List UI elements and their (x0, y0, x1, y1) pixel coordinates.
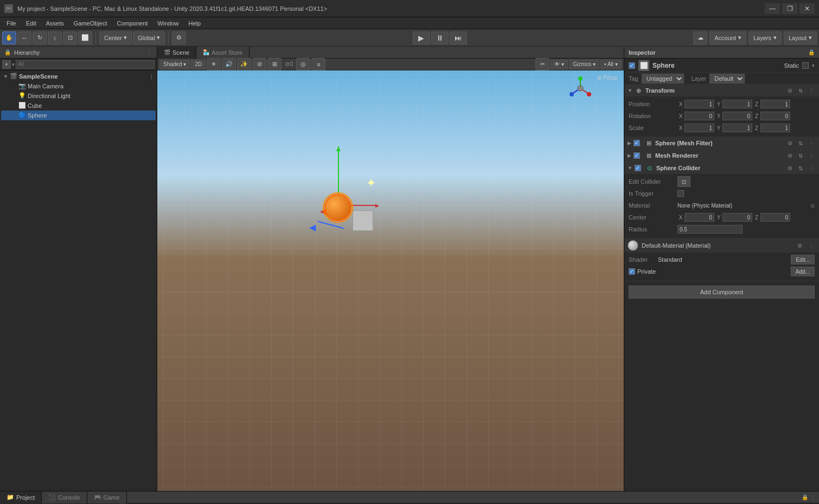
audio-btn[interactable]: 🔊 (222, 58, 236, 71)
tag-select[interactable]: Untagged (642, 74, 684, 83)
transform-transfer-icon[interactable]: ⇅ (796, 86, 805, 95)
menu-assets[interactable]: Assets (42, 19, 68, 28)
menu-gameobject[interactable]: GameObject (69, 19, 112, 28)
all-dropdown[interactable]: • All ▾ (600, 60, 622, 69)
position-z-input[interactable] (760, 100, 790, 108)
scene-more-icon[interactable]: ⋮ (147, 72, 156, 81)
sphere-collider-header[interactable]: ▼ ⊙ Sphere Collider ⚙ ⇅ ⋮ (624, 162, 819, 174)
tool-hand[interactable]: ✋ (2, 31, 16, 44)
hidden-btn[interactable]: ⊘ (252, 58, 266, 71)
rotation-y-input[interactable] (722, 112, 752, 120)
layers-button[interactable]: Layers ▾ (748, 31, 782, 44)
layout-button[interactable]: Layout ▾ (784, 31, 817, 44)
scene-viewport[interactable]: ▲ ▲ ◀ ◀ ✦ (157, 70, 624, 491)
global-toggle[interactable]: Global ▾ (133, 31, 165, 44)
sphere-collider-enabled[interactable] (635, 165, 641, 171)
center-z-input[interactable] (760, 213, 790, 222)
center-x-input[interactable] (684, 213, 714, 222)
is-trigger-checkbox[interactable] (677, 190, 684, 197)
edit-shader-button[interactable]: Edit... (791, 255, 815, 264)
play-button[interactable]: ▶ (413, 31, 430, 44)
grid-btn[interactable]: ⊞ (267, 58, 281, 71)
hierarchy-item-cube[interactable]: ⬜ Cube (1, 101, 156, 111)
sphere-collider-transfer-icon[interactable]: ⇅ (796, 164, 805, 172)
inspector-lock-icon[interactable]: 🔒 (808, 49, 815, 55)
mesh-renderer-enabled[interactable] (634, 152, 640, 159)
shaded-dropdown[interactable]: Shaded ▾ (159, 60, 190, 69)
center-y-input[interactable] (722, 213, 752, 222)
mesh-filter-settings-icon[interactable]: ⚙ (785, 139, 794, 147)
position-x-input[interactable] (684, 100, 714, 108)
hierarchy-lock-icon[interactable]: 🔒 (3, 48, 12, 57)
center-toggle[interactable]: Center ▾ (99, 31, 132, 44)
tool-rect[interactable]: ⊡ (63, 31, 77, 44)
hierarchy-item-directionallight[interactable]: 💡 Directional Light (1, 91, 156, 101)
menu-window[interactable]: Window (153, 19, 183, 28)
tool-transform[interactable]: ⬜ (78, 31, 92, 44)
gizmos-dropdown[interactable]: Gizmos ▾ (569, 60, 599, 69)
tab-game[interactable]: 🎮 Game (87, 492, 127, 503)
hierarchy-add-btn[interactable]: + (2, 60, 11, 69)
tab-project[interactable]: 📁 Project (0, 492, 42, 503)
menu-file[interactable]: File (2, 19, 21, 28)
mesh-filter-header[interactable]: ▶ ⊞ Sphere (Mesh Filter) ⚙ ⇅ ⋮ (624, 137, 819, 149)
close-button[interactable]: ✕ (799, 3, 815, 14)
menu-component[interactable]: Component (112, 19, 152, 28)
sphere-collider-more-icon[interactable]: ⋮ (807, 164, 816, 172)
mesh-renderer-header[interactable]: ▶ ⊞ Mesh Renderer ⚙ ⇅ ⋮ (624, 150, 819, 161)
scale-y-input[interactable] (722, 124, 752, 132)
layer-select[interactable]: Default (709, 74, 745, 83)
edit-collider-button[interactable]: ⊡ (677, 176, 690, 187)
collider-material-pick-icon[interactable]: ⊙ (810, 203, 815, 209)
tool-rotate[interactable]: ↻ (33, 31, 47, 44)
material-settings-icon[interactable]: ⚙ (795, 241, 804, 250)
effects-btn[interactable]: ✨ (237, 58, 251, 71)
transform-more-icon[interactable]: ⋮ (807, 86, 816, 95)
mesh-renderer-transfer-icon[interactable]: ⇅ (796, 151, 805, 160)
position-y-input[interactable] (722, 100, 752, 108)
tab-assetstore[interactable]: 🏪 Asset Store (196, 47, 249, 59)
pause-button[interactable]: ⏸ (431, 31, 449, 44)
hierarchy-search-input[interactable] (16, 60, 155, 69)
add-material-btn[interactable]: Add... (791, 267, 815, 276)
tab-scene[interactable]: 🎬 Scene (157, 47, 196, 59)
scale-z-input[interactable] (760, 124, 790, 132)
rotation-z-input[interactable] (760, 112, 790, 120)
mesh-filter-enabled[interactable] (634, 140, 640, 146)
snap-btn[interactable]: ⚙ (172, 31, 186, 44)
tool-move[interactable]: ↔ (17, 31, 31, 44)
static-dropdown-icon[interactable]: ▾ (812, 63, 815, 68)
rotation-x-input[interactable] (684, 112, 714, 120)
more-btn[interactable]: ≡ (311, 58, 325, 71)
lighting-btn[interactable]: ☀ (207, 58, 221, 71)
sphere-collider-settings-icon[interactable]: ⚙ (785, 164, 794, 172)
hierarchy-item-samplescene[interactable]: ▼ 🎬 SampleScene ⋮ (1, 72, 156, 81)
object-name[interactable]: Sphere (652, 62, 780, 69)
minimize-button[interactable]: — (765, 3, 780, 14)
hierarchy-more-icon[interactable]: ⋮ (145, 48, 153, 57)
mesh-filter-transfer-icon[interactable]: ⇅ (796, 139, 805, 147)
hierarchy-item-maincamera[interactable]: 📷 Main Camera (1, 81, 156, 91)
particles-btn[interactable]: ◎ (296, 58, 310, 71)
static-checkbox[interactable] (802, 62, 809, 69)
cloud-btn[interactable]: ☁ (693, 31, 707, 44)
2d-btn[interactable]: 2D (191, 60, 206, 69)
bottom-lock-icon[interactable]: 🔒 (802, 494, 808, 500)
tab-console[interactable]: ⬛ Console (42, 492, 87, 503)
menu-help[interactable]: Help (184, 19, 205, 28)
rotation-gizmo-circle[interactable] (323, 192, 353, 223)
mesh-filter-more-icon[interactable]: ⋮ (807, 139, 816, 147)
account-button[interactable]: Account ▾ (709, 31, 746, 44)
cube-object[interactable] (353, 210, 373, 231)
view-dropdown[interactable]: 👁 ▾ (551, 60, 568, 69)
mesh-renderer-settings-icon[interactable]: ⚙ (785, 151, 794, 160)
hierarchy-item-sphere[interactable]: 🔵 Sphere (1, 111, 156, 120)
add-component-button[interactable]: Add Component (629, 286, 815, 299)
object-enabled-checkbox[interactable] (629, 62, 635, 69)
step-button[interactable]: ⏭ (450, 31, 467, 44)
bottom-more-icon[interactable]: ⋮ (810, 494, 816, 500)
transform-settings-icon[interactable]: ⚙ (785, 86, 794, 95)
transform-header[interactable]: ▼ ⊕ Transform ⚙ ⇅ ⋮ (624, 85, 819, 96)
mesh-renderer-more-icon[interactable]: ⋮ (807, 151, 816, 160)
select-tool[interactable]: ✂ (535, 58, 549, 71)
